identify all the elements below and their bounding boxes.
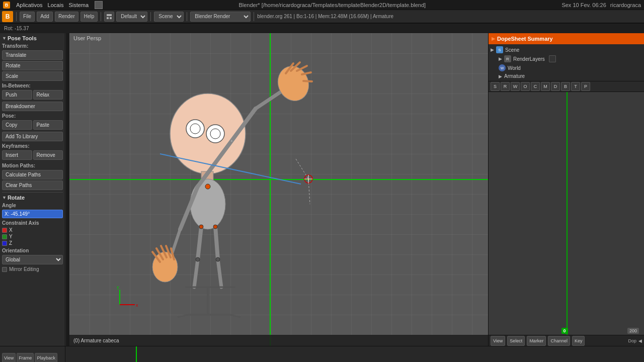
props-bone-icon[interactable]: B — [561, 82, 570, 91]
ds-collapse-icon[interactable]: ◀ — [638, 338, 642, 343]
left-panel-scrollbar[interactable] — [65, 33, 69, 346]
render-menu[interactable]: Render — [55, 12, 78, 22]
insert-remove-row: Insert Remove — [2, 150, 63, 161]
pb-frame-menu[interactable]: Frame — [17, 353, 34, 362]
props-scene-icon[interactable]: S — [491, 82, 500, 91]
sep3 — [150, 12, 151, 21]
scene-panel: ▶ S Scene ▶ R RenderLayers W World ▶ Arm… — [489, 44, 644, 81]
render-layers-item[interactable]: ▶ R RenderLayers — [491, 54, 642, 63]
z-axis-row: Z — [2, 240, 63, 246]
svg-line-29 — [215, 227, 218, 259]
dopesheet-frame-badge: 0 — [561, 328, 568, 334]
scale-btn[interactable]: Scale — [2, 71, 63, 81]
transform-label: Transform: — [2, 43, 63, 49]
translate-btn[interactable]: Translate — [2, 50, 63, 60]
render-layers-label: RenderLayers — [513, 56, 545, 62]
dopesheet-content: 0 200 — [489, 92, 644, 335]
relax-btn[interactable]: Relax — [33, 90, 63, 100]
blender-toolbar: B File Add Render Help Default Scene Ble… — [0, 10, 644, 23]
menu-locais[interactable]: Locais — [48, 2, 64, 8]
menu-aplicativos[interactable]: Aplicativos — [16, 2, 43, 8]
svg-line-17 — [303, 81, 312, 81]
help-menu[interactable]: Help — [80, 12, 98, 22]
x-color — [2, 228, 7, 233]
view-frame-playback-menus: View Frame Playback — [2, 353, 57, 362]
breakdowner-btn[interactable]: Breakdowner — [2, 102, 63, 111]
armature-arrow[interactable]: ▶ — [499, 74, 502, 79]
timeline-ruler[interactable]: -40-200204060801001201401601802002202402… — [65, 346, 644, 362]
svg-point-5 — [190, 124, 200, 134]
world-item[interactable]: W World — [491, 63, 642, 72]
render-layers-arrow[interactable]: ▶ — [499, 56, 502, 61]
props-modifier-icon[interactable]: M — [541, 82, 550, 91]
rotate-btn[interactable]: Rotate — [2, 61, 63, 70]
mirror-checkbox[interactable] — [2, 267, 7, 272]
ds-marker-menu[interactable]: Marker — [527, 336, 546, 346]
scene-select[interactable]: Scene — [154, 12, 184, 22]
angle-input[interactable]: X: -45.149° — [2, 210, 63, 218]
svg-point-39 — [196, 257, 200, 261]
clear-paths-btn[interactable]: Clear Paths — [2, 180, 63, 190]
props-object-icon[interactable]: O — [521, 82, 530, 91]
remove-btn[interactable]: Remove — [33, 150, 63, 160]
render-layers-extra-icon — [549, 55, 556, 62]
dopesheet-header: ▶ DopeSheet Summary — [489, 33, 644, 44]
scene-item[interactable]: ▶ S Scene — [491, 45, 642, 54]
sep4 — [187, 12, 187, 21]
pb-view-menu[interactable]: View — [2, 353, 16, 362]
ds-view-menu[interactable]: View — [491, 336, 505, 346]
rotate-section-title: Rotate — [8, 195, 25, 201]
props-constraint-icon[interactable]: C — [531, 82, 540, 91]
props-particles-icon[interactable]: P — [581, 82, 590, 91]
copy-btn[interactable]: Copy — [2, 120, 32, 130]
rotate-arrow[interactable]: ▼ — [2, 195, 7, 200]
props-world-icon[interactable]: W — [511, 82, 520, 91]
pb-playback-menu[interactable]: Playback — [35, 353, 57, 362]
calculate-paths-btn[interactable]: Calculate Paths — [2, 170, 63, 179]
mirror-editing-row: Mirror Editing — [2, 266, 63, 272]
viewport-status-bar: (0) Armature cabeca — [69, 335, 488, 346]
y-axis-row: Y — [2, 234, 63, 239]
z-color — [2, 241, 7, 246]
viewport-status-text: (0) Armature cabeca — [73, 338, 119, 343]
timeline-current-frame — [136, 346, 137, 362]
dopesheet-frame-num: 200 — [627, 328, 639, 334]
svg-rect-2 — [110, 17, 112, 19]
ds-select-menu[interactable]: Select — [507, 336, 525, 346]
render-engine-select[interactable]: Blender Render — [190, 12, 251, 22]
orientation-select[interactable]: Global — [2, 255, 63, 264]
armature-item[interactable]: ▶ Armature — [491, 72, 642, 80]
props-data-icon[interactable]: D — [551, 82, 560, 91]
y-label: Y — [9, 234, 13, 239]
menu-sistema[interactable]: Sistema — [68, 2, 89, 8]
z-label: Z — [9, 240, 12, 246]
svg-rect-0 — [107, 14, 112, 16]
svg-text:y: y — [117, 285, 119, 290]
scene-collapse-arrow[interactable]: ▶ — [491, 47, 494, 52]
add-to-library-btn[interactable]: Add To Library — [2, 132, 63, 141]
3d-viewport[interactable]: User Persp — [69, 33, 488, 346]
system-menu[interactable]: Aplicativos Locais Sistema — [16, 2, 89, 8]
push-btn[interactable]: Push — [2, 90, 32, 100]
pose-tools-arrow[interactable]: ▼ — [2, 36, 7, 41]
datetime: Sex 10 Fev. 06:26 — [561, 2, 606, 8]
world-label: World — [508, 65, 521, 71]
pose-label: Pose: — [2, 113, 63, 119]
props-render-icon[interactable]: R — [501, 82, 510, 91]
orientation-label: Orientation — [2, 248, 63, 253]
insert-btn[interactable]: Insert — [2, 150, 32, 160]
blender-icon: B — [3, 2, 10, 9]
constraint-axis-label: Constraint Axis — [2, 220, 63, 226]
add-menu[interactable]: Add — [37, 12, 53, 22]
ds-key-menu[interactable]: Key — [572, 336, 585, 346]
blender-logo: B — [2, 11, 13, 22]
ds-channel-menu[interactable]: Channel — [548, 336, 570, 346]
copy-paste-row: Copy Paste — [2, 120, 63, 131]
in-between-label: In-Between: — [2, 83, 63, 88]
file-menu[interactable]: File — [20, 12, 35, 22]
dopesheet-title: DopeSheet Summary — [497, 36, 553, 42]
paste-btn[interactable]: Paste — [33, 120, 63, 130]
props-material-icon[interactable]: T — [571, 82, 580, 91]
layout-select[interactable]: Default — [116, 12, 147, 22]
cursor-indicator: + — [230, 139, 233, 143]
